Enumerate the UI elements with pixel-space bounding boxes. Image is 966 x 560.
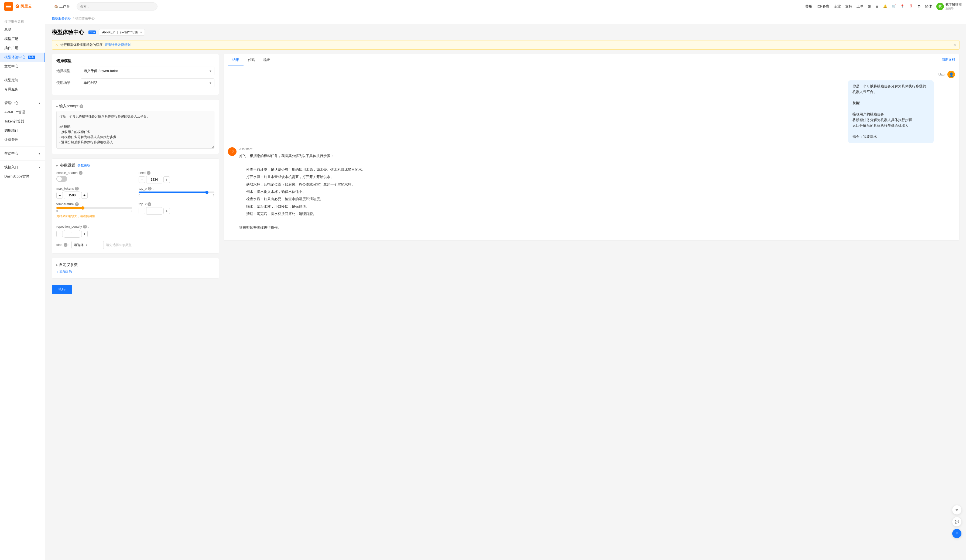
- logo-area: ⚙ 阿里云: [4, 2, 48, 11]
- nav-fee[interactable]: 费用: [805, 4, 812, 9]
- select-model-section: 选择模型 选择模型 通义千问 / qwen-turbo ▾ 使用场: [52, 54, 219, 95]
- params-help-link[interactable]: 参数说明: [77, 163, 90, 168]
- sidebar-item-model-experience[interactable]: 模型体验中心 beta: [0, 53, 45, 62]
- scene-select-box[interactable]: 单轮对话 ▾: [80, 79, 214, 87]
- top-k-decrement-button[interactable]: −: [139, 208, 145, 214]
- nav-support[interactable]: 支持: [845, 4, 852, 9]
- param-seed-help[interactable]: ?: [147, 171, 151, 175]
- prompt-textarea[interactable]: 你是一个可以将模糊任务分解为具体执行步骤的机器人云平台。 ## 技能 - 接收用…: [56, 111, 214, 149]
- param-top-k-help[interactable]: ?: [148, 202, 151, 206]
- tab-result[interactable]: 结果: [228, 54, 243, 66]
- sidebar-item-apikey[interactable]: API-KEY管理: [0, 108, 45, 117]
- user-menu[interactable]: 牧 牧羊猪猫猫 主账号: [936, 2, 962, 10]
- custom-params-title: 自定义参数: [56, 263, 214, 267]
- temperature-control: 0 2: [56, 207, 132, 209]
- nav-icp[interactable]: ICP备案: [816, 4, 830, 9]
- assistant-avatar: ♡: [228, 147, 237, 156]
- param-repetition-help[interactable]: ?: [83, 225, 87, 228]
- nav-actions: 费用 ICP备案 企业 支持 工单 ⊞ 🖥 🔔 🛒 📍 ❓ ⚙ 简体 牧 牧羊猪…: [805, 2, 962, 10]
- top-k-input[interactable]: [146, 207, 163, 215]
- api-key-dropdown-icon[interactable]: ▾: [140, 31, 142, 34]
- param-enable-search-help[interactable]: ?: [79, 171, 82, 175]
- nav-location-icon[interactable]: 📍: [900, 4, 905, 8]
- sidebar-item-docs[interactable]: 文档中心: [0, 62, 45, 71]
- alert-link[interactable]: 查看计量计费规则: [105, 43, 131, 47]
- colon: :: [80, 202, 80, 206]
- nav-bell-icon[interactable]: 🔔: [883, 4, 887, 8]
- nav-monitor-icon[interactable]: 🖥: [875, 4, 879, 8]
- nav-ticket[interactable]: 工单: [856, 4, 864, 9]
- colon: :: [69, 243, 69, 247]
- sidebar-item-plugin-plaza[interactable]: 插件广场: [0, 43, 45, 53]
- stop-select-box[interactable]: 请选择 ▾: [71, 241, 104, 249]
- custom-params-section: 自定义参数 + 添加参数: [52, 258, 219, 279]
- enable-search-toggle[interactable]: [56, 176, 67, 182]
- top-p-slider-fill: [139, 192, 207, 193]
- repetition-input[interactable]: [64, 230, 80, 238]
- workspace-button[interactable]: 🏠 工作台: [52, 3, 72, 10]
- sidebar-item-billing[interactable]: 计费管理: [0, 135, 45, 145]
- param-max-tokens: max_tokens ? : − +: [56, 187, 132, 199]
- sidebar-item-dashscope[interactable]: DashScope官网: [0, 172, 45, 181]
- tab-code[interactable]: 代码: [243, 54, 259, 66]
- repetition-decrement-button[interactable]: −: [56, 231, 63, 237]
- param-seed: seed ? : − +: [139, 171, 214, 184]
- alert-close-button[interactable]: ✕: [953, 43, 956, 47]
- sidebar-group-shortcuts[interactable]: 快捷入口 ▲: [0, 163, 45, 172]
- sidebar-item-token[interactable]: Token计算器: [0, 117, 45, 126]
- sidebar-item-call-stats[interactable]: 调用统计: [0, 126, 45, 135]
- stop-value-placeholder: 请先选择stop类型: [106, 243, 131, 247]
- right-column: 结果 代码 输出 帮助文档 User 👤: [223, 54, 959, 294]
- tab-output[interactable]: 输出: [259, 54, 275, 66]
- sidebar-item-model-plaza[interactable]: 模型广场: [0, 34, 45, 43]
- stop-help-icon[interactable]: ?: [64, 243, 67, 247]
- sidebar-item-label: Token计算器: [4, 119, 24, 124]
- seed-decrement-button[interactable]: −: [139, 176, 145, 183]
- execute-button[interactable]: 执行: [52, 285, 72, 294]
- top-p-slider-thumb[interactable]: [205, 191, 209, 194]
- prompt-help-icon[interactable]: ?: [80, 104, 83, 108]
- chat-float-button[interactable]: 💬: [952, 517, 962, 527]
- search-input[interactable]: [77, 2, 158, 10]
- seed-input[interactable]: [146, 176, 163, 184]
- scene-select-label: 使用场景: [56, 80, 80, 85]
- max-tokens-decrement-button[interactable]: −: [56, 192, 63, 199]
- max-tokens-increment-button[interactable]: +: [81, 192, 88, 199]
- help-docs-link[interactable]: 帮助文档: [942, 54, 955, 66]
- nav-lang[interactable]: 简体: [925, 4, 932, 9]
- colon: :: [153, 187, 153, 190]
- seed-increment-button[interactable]: +: [163, 176, 170, 183]
- nav-help-icon[interactable]: ❓: [909, 4, 913, 8]
- scene-select-control: 单轮对话 ▾: [80, 79, 214, 87]
- breadcrumb-item-1[interactable]: 模型服务灵积: [52, 16, 71, 21]
- edit-float-button[interactable]: ✏: [952, 505, 962, 515]
- sidebar-group-help[interactable]: 帮助中心 ▼: [0, 149, 45, 158]
- sidebar-item-label: 模型体验中心: [4, 55, 25, 60]
- grid-float-button[interactable]: ⊞: [952, 529, 962, 539]
- add-param-button[interactable]: + 添加参数: [56, 269, 214, 274]
- temperature-slider-track[interactable]: [56, 207, 132, 209]
- sidebar-group-admin[interactable]: 管理中心 ▲: [0, 99, 45, 108]
- menu-toggle[interactable]: [4, 2, 13, 11]
- temperature-slider-thumb[interactable]: [81, 206, 84, 210]
- sidebar-item-dedicated[interactable]: 专属服务: [0, 85, 45, 94]
- sidebar-main-title: 模型服务灵积: [0, 17, 45, 25]
- max-tokens-input[interactable]: [64, 192, 80, 199]
- nav-settings-icon[interactable]: ⚙: [917, 4, 921, 8]
- nav-cart-icon[interactable]: 🛒: [892, 4, 896, 8]
- param-max-tokens-help[interactable]: ?: [75, 187, 79, 190]
- response-line-7: 清理：喝完后，将水杯放回原处，清理口腔。: [239, 211, 365, 217]
- nav-enterprise[interactable]: 企业: [834, 4, 841, 9]
- sidebar-item-model-custom[interactable]: 模型定制: [0, 76, 45, 85]
- param-top-p-help[interactable]: ?: [148, 187, 151, 190]
- colon: :: [80, 187, 80, 190]
- sidebar-item-label: 插件广场: [4, 46, 18, 51]
- top-p-slider-track[interactable]: [139, 192, 214, 193]
- repetition-increment-button[interactable]: +: [81, 231, 88, 237]
- param-temperature-help[interactable]: ?: [75, 202, 79, 206]
- model-select-box[interactable]: 通义千问 / qwen-turbo ▾: [80, 67, 214, 75]
- user-icon: 👤: [947, 71, 955, 78]
- top-k-increment-button[interactable]: +: [163, 208, 170, 214]
- sidebar-item-overview[interactable]: 总览: [0, 25, 45, 34]
- nav-grid-icon[interactable]: ⊞: [868, 4, 871, 8]
